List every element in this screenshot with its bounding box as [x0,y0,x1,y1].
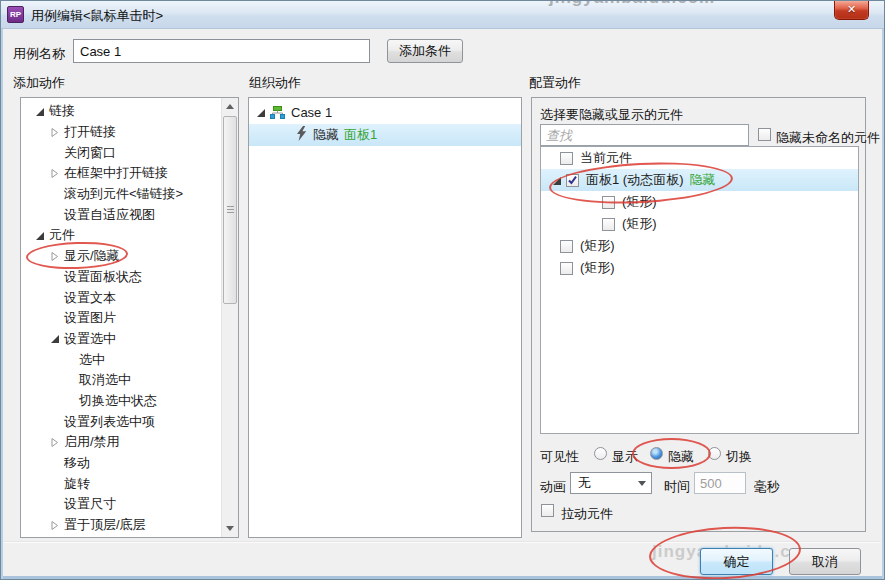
hide-unnamed-checkbox[interactable] [758,128,771,141]
scroll-up-button[interactable] [222,98,239,115]
time-input[interactable] [694,472,746,494]
animation-value: 无 [578,475,591,490]
add-actions-tree: 链接打开链接关闭窗口在框架中打开链接滚动到元件<锚链接>设置自适应视图元件显示/… [22,101,220,535]
search-input[interactable] [540,124,749,146]
tree-item-action[interactable]: 元件 [22,225,220,246]
tree-item-action[interactable]: 设置列表选中项 [22,411,220,432]
widget-row[interactable]: (矩形) [541,257,858,279]
scrollbar[interactable] [221,98,238,537]
case-tree-item[interactable]: Case 1 [249,102,332,123]
bring-widget-checkbox[interactable] [541,504,554,517]
tree-item-label: 显示/隐藏 [64,247,120,265]
time-unit-label: 毫秒 [754,478,780,496]
expanded-icon[interactable] [35,231,49,240]
tree-item-action[interactable]: 滚动到元件<锚链接> [22,184,220,205]
add-condition-button[interactable]: 添加条件 [387,39,463,63]
hide-unnamed-label: 隐藏未命名的元件 [776,129,880,147]
tree-item-label: 滚动到元件<锚链接> [64,185,183,203]
collapsed-icon[interactable] [50,169,64,178]
ok-button[interactable]: 确定 [700,548,773,575]
widget-checkbox[interactable] [602,196,615,209]
tree-item-label: 设置图片 [64,309,116,327]
tree-item-label: 切换选中状态 [79,392,157,410]
widget-row[interactable]: (矩形) [541,235,858,257]
widget-checkbox[interactable] [602,218,615,231]
widget-row[interactable]: 面板1 (动态面板)隐藏 [541,169,858,191]
widget-label: (矩形) [580,259,615,277]
tree-item-action[interactable]: 取消选中 [22,370,220,391]
animation-label: 动画 [540,478,566,496]
widget-checkbox[interactable] [560,240,573,253]
widget-checkbox[interactable] [560,262,573,275]
tree-item-label: 设置面板状态 [64,268,142,286]
collapsed-icon[interactable] [50,521,64,530]
widget-label: (矩形) [622,215,657,233]
tree-item-action[interactable]: 打开链接 [22,122,220,143]
widget-checkbox[interactable] [560,152,573,165]
tree-item-action[interactable]: 设置图片 [22,308,220,329]
tree-item-action[interactable]: 关闭窗口 [22,142,220,163]
widget-label: 面板1 (动态面板) [586,171,684,189]
configure-actions-panel: 选择要隐藏或显示的元件 隐藏未命名的元件 当前元件面板1 (动态面板)隐藏(矩形… [531,97,866,532]
expanded-icon[interactable] [50,334,64,343]
radio-show-label[interactable]: 显示 [612,448,638,466]
widget-row[interactable]: (矩形) [541,191,858,213]
organize-actions-header: 组织动作 [249,74,301,92]
tree-item-action[interactable]: 设置选中 [22,329,220,350]
tree-item-label: 取消选中 [79,371,131,389]
widget-row[interactable]: (矩形) [541,213,858,235]
tree-item-label: 启用/禁用 [64,433,120,451]
tree-item-label: 元件 [49,226,75,244]
scroll-down-button[interactable] [222,520,239,537]
tree-item-label: 选中 [79,351,105,369]
radio-toggle-label[interactable]: 切换 [726,448,752,466]
tree-item-action[interactable]: 设置面板状态 [22,267,220,288]
radio-toggle[interactable] [708,447,721,460]
case-name-input[interactable] [73,39,370,63]
tree-item-action[interactable]: 显示/隐藏 [22,246,220,267]
arrow-up-icon [226,104,234,109]
tree-item-action[interactable]: 旋转 [22,473,220,494]
tree-item-action[interactable]: 链接 [22,101,220,122]
tree-item-action[interactable]: 启用/禁用 [22,432,220,453]
tree-item-label: 旋转 [64,475,90,493]
widget-row[interactable]: 当前元件 [541,147,858,169]
tree-item-action[interactable]: 切换选中状态 [22,391,220,412]
close-button[interactable]: ✕ [834,1,869,20]
tree-item-action[interactable]: 选中 [22,349,220,370]
titlebar[interactable]: jingyan.baidu.com RP 用例编辑<鼠标单击时> ✕ [1,1,885,29]
tree-item-action[interactable]: 设置自适应视图 [22,204,220,225]
chevron-down-icon [638,481,646,486]
tree-item-action[interactable]: 设置文本 [22,287,220,308]
select-widgets-label: 选择要隐藏或显示的元件 [540,106,683,124]
tree-item-action[interactable]: 在框架中打开链接 [22,163,220,184]
bring-widget-label: 拉动元件 [561,505,613,523]
tree-item-label: 关闭窗口 [64,144,116,162]
collapsed-icon[interactable] [50,252,64,261]
tree-item-action[interactable]: 设置尺寸 [22,494,220,515]
expanded-icon[interactable] [35,107,49,116]
radio-hide-label[interactable]: 隐藏 [668,448,694,466]
tree-item-action[interactable]: 置于顶层/底层 [22,515,220,536]
collapsed-icon[interactable] [50,128,64,137]
tree-item-label: 在框架中打开链接 [64,164,168,182]
cancel-button[interactable]: 取消 [789,548,861,575]
widget-label: 当前元件 [580,149,632,167]
tree-item-label: 设置自适应视图 [64,206,155,224]
organize-actions-panel: Case 1 隐藏 面板1 [248,97,522,538]
add-actions-panel: 链接打开链接关闭窗口在框架中打开链接滚动到元件<锚链接>设置自适应视图元件显示/… [20,97,239,538]
widget-checkbox[interactable] [566,174,579,187]
collapsed-icon[interactable] [50,438,64,447]
action-row-selected[interactable]: 隐藏 面板1 [249,124,521,146]
widget-status: 隐藏 [690,171,716,189]
configure-actions-header: 配置动作 [529,74,581,92]
radio-hide[interactable] [650,447,663,460]
animation-dropdown[interactable]: 无 [570,472,652,494]
expanded-icon[interactable] [552,176,566,185]
case-label: Case 1 [291,105,332,120]
tree-item-action[interactable]: 移动 [22,453,220,474]
scrollbar-thumb[interactable] [223,116,237,304]
expand-icon[interactable] [256,105,270,120]
radio-show[interactable] [594,447,607,460]
close-icon: ✕ [847,3,856,15]
